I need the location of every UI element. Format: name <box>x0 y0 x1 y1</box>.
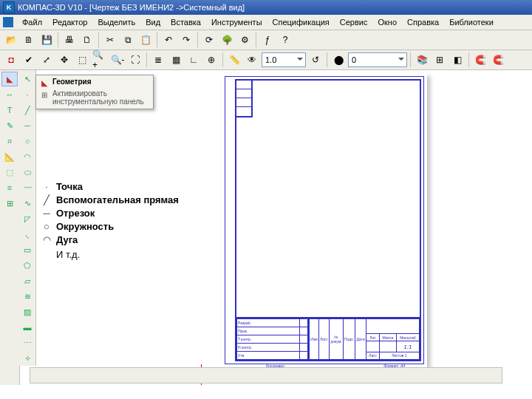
rect-tool[interactable]: ▭ <box>19 242 35 257</box>
magnet-icon[interactable]: 🧲 <box>472 52 488 68</box>
auxline-tool[interactable]: ╱ <box>19 103 35 117</box>
zoom-window-button[interactable]: ⬚ <box>74 52 90 68</box>
label-arc: Дуга <box>56 234 78 245</box>
view-button[interactable]: 👁 <box>244 52 260 68</box>
refresh-button[interactable]: ⟳ <box>201 32 217 48</box>
assoc-panel-button[interactable]: ⊞ <box>1 196 18 211</box>
menu-editor[interactable]: Редактор <box>48 17 92 27</box>
title-block: Изм Лист № докум. Подп. Дата Лит Масса М… <box>307 317 420 360</box>
paste-button[interactable]: 📋 <box>137 32 154 48</box>
extra-tool[interactable]: ⋯ <box>19 335 35 350</box>
left-margin-marks <box>214 83 224 358</box>
compact-panel: ◣ ↔ T ✎ ⌗ 📐 ⬚ ≡ ⊞ <box>0 70 20 385</box>
props-button[interactable]: ⚙ <box>236 32 253 48</box>
open-button[interactable]: 📂 <box>3 32 19 48</box>
edit-panel-button[interactable]: ✎ <box>1 118 18 133</box>
zoom-out-button[interactable]: 🔍- <box>109 52 126 68</box>
state-combo[interactable]: 0 <box>348 52 407 67</box>
arc-tool[interactable]: ◠ <box>19 149 35 164</box>
grid-button[interactable]: ▦ <box>168 52 184 68</box>
menu-view[interactable]: Вид <box>141 17 165 27</box>
dim-panel-button[interactable]: ↔ <box>1 87 18 102</box>
tool-description-list: ·Точка ╱Вспомогательная прямая ─Отрезок … <box>41 180 179 260</box>
menu-spec[interactable]: Спецификация <box>268 17 334 27</box>
property-bar[interactable] <box>30 367 502 383</box>
create-obj-button[interactable]: ✔ <box>21 52 37 68</box>
extra2-button[interactable]: ◧ <box>449 52 466 68</box>
var-button[interactable]: ƒ <box>259 32 276 48</box>
menu-select[interactable]: Выделить <box>93 17 140 27</box>
layers-button[interactable]: ≣ <box>150 52 166 68</box>
ortho-button[interactable]: ∟ <box>185 52 202 68</box>
cut-button[interactable]: ✂ <box>102 32 118 48</box>
label-etc: И т.д. <box>56 249 179 260</box>
stop-button[interactable]: ◘ <box>3 52 19 68</box>
geometry-icon: ◣ <box>39 78 50 88</box>
separator <box>98 33 99 47</box>
print-button[interactable]: 🖶 <box>61 32 78 48</box>
text-panel-button[interactable]: T <box>1 103 18 117</box>
select-panel-button[interactable]: ⬚ <box>1 165 18 180</box>
chamfer-tool[interactable]: ◸ <box>19 211 35 226</box>
copy-button[interactable]: ⧉ <box>120 32 136 48</box>
hatch-tool[interactable]: ▨ <box>19 304 35 319</box>
point-tool[interactable]: · <box>19 87 35 102</box>
doc-icon <box>3 17 13 27</box>
separator <box>468 52 469 67</box>
label-auxline: Вспомогательная прямая <box>56 194 179 205</box>
help-button[interactable]: ? <box>277 32 293 48</box>
snap-button[interactable]: ⊕ <box>203 52 219 68</box>
segment-tool[interactable]: ─ <box>19 118 35 133</box>
menu-window[interactable]: Окно <box>373 17 401 27</box>
spec-panel-button[interactable]: ≡ <box>1 180 18 195</box>
menu-service[interactable]: Сервис <box>335 17 372 27</box>
menu-file[interactable]: Файл <box>18 17 47 27</box>
measure-button[interactable]: 📏 <box>226 52 242 68</box>
bezier-tool[interactable]: ∿ <box>19 196 35 211</box>
param-panel-button[interactable]: ⌗ <box>1 134 18 149</box>
menu-help[interactable]: Справка <box>403 17 443 27</box>
zoom-reset-button[interactable]: ↺ <box>307 52 324 68</box>
zoom-all-button[interactable]: ⛶ <box>127 52 143 68</box>
extra-tool-2[interactable]: ✧ <box>19 351 35 366</box>
cursor-tool[interactable]: ↖ <box>19 72 35 86</box>
arc-icon: ◠ <box>41 234 52 245</box>
extra1-button[interactable]: ⊞ <box>432 52 448 68</box>
circle-tool[interactable]: ○ <box>19 134 35 149</box>
scale-button[interactable]: ⤢ <box>38 52 55 68</box>
ellipse-tool[interactable]: ⬭ <box>19 165 35 180</box>
polygon-tool[interactable]: ⬠ <box>19 258 35 273</box>
fill-tool[interactable]: ▬ <box>19 320 35 335</box>
undo-button[interactable]: ↶ <box>160 32 177 48</box>
print-preview-button[interactable]: 🗋 <box>79 32 95 48</box>
title-block-left: Разраб. Пров. Т.контр. Н.контр. Утв. <box>236 317 309 360</box>
auxline-icon: ╱ <box>41 194 52 205</box>
tooltip-title: Геометрия <box>52 78 92 86</box>
measure-panel-button[interactable]: 📐 <box>1 149 18 164</box>
drawing-sheet: Изм Лист № докум. Подп. Дата Лит Масса М… <box>222 73 427 367</box>
spline-tool[interactable]: 〰 <box>19 180 35 195</box>
fillet-tool[interactable]: ◟ <box>19 227 35 242</box>
magnet2-icon[interactable]: 🧲 <box>490 52 506 68</box>
geometry-toolbar: ↖ · ╱ ─ ○ ◠ ⬭ 〰 ∿ ◸ ◟ ▭ ⬠ ▱ ≋ ▨ ▬ ⋯ ✧ <box>19 70 36 366</box>
contour-tool[interactable]: ▱ <box>19 273 35 288</box>
save-button[interactable]: 💾 <box>38 32 55 48</box>
equidist-tool[interactable]: ≋ <box>19 289 35 304</box>
tree-button[interactable]: 🌳 <box>219 32 235 48</box>
zoom-combo[interactable]: 1.0 <box>262 52 306 67</box>
separator <box>410 52 411 67</box>
geometry-panel-button[interactable]: ◣ <box>1 72 18 86</box>
menu-insert[interactable]: Вставка <box>166 17 205 27</box>
redo-button[interactable]: ↷ <box>178 32 194 48</box>
separator <box>327 52 327 67</box>
menu-tools[interactable]: Инструменты <box>207 17 267 27</box>
new-button[interactable]: 🗎 <box>21 32 37 48</box>
library-button[interactable]: 📚 <box>414 52 430 68</box>
menu-libs[interactable]: Библиотеки <box>445 17 498 27</box>
state-button[interactable]: ⬤ <box>330 52 347 68</box>
drawing-canvas[interactable]: Изм Лист № докум. Подп. Дата Лит Масса М… <box>214 70 532 385</box>
pan-button[interactable]: ✥ <box>56 52 72 68</box>
label-segment: Отрезок <box>56 208 95 219</box>
zoom-in-button[interactable]: 🔍+ <box>92 52 108 68</box>
menu-bar: Файл Редактор Выделить Вид Вставка Инстр… <box>0 15 532 30</box>
